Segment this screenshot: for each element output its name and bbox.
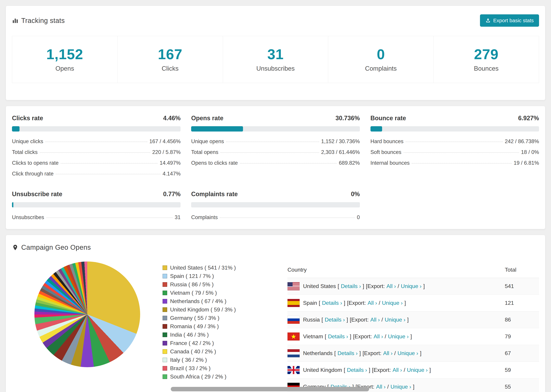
bounce-rate-value: 6.927% xyxy=(518,115,539,122)
export-label: [Export: xyxy=(372,367,391,373)
rate-detail-value: 14.497% xyxy=(160,160,181,166)
rate-detail-row: Total opens 2,303 / 61.446% xyxy=(191,149,360,155)
country-name: Vietnam xyxy=(303,333,323,340)
rate-detail-label: Unique clicks xyxy=(12,138,43,145)
country-flag-icon xyxy=(288,299,300,307)
export-all-link[interactable]: All › xyxy=(376,384,386,390)
country-name: Russia xyxy=(303,317,320,323)
details-link[interactable]: Details › xyxy=(338,350,357,357)
export-all-link[interactable]: All › xyxy=(387,283,396,289)
legend-swatch-icon xyxy=(162,299,167,304)
unsubscribe-rate-block: Unsubscribe rate 0.77% Unsubscribes 31 xyxy=(12,190,181,220)
bracket: ] xyxy=(420,350,422,357)
legend-swatch-icon xyxy=(162,282,167,287)
rate-detail-row: Complaints 0 xyxy=(191,214,360,220)
dotted-leader xyxy=(61,163,158,163)
dotted-leader xyxy=(220,217,355,218)
geo-table-header: Country Total xyxy=(288,261,539,278)
rate-detail-value: 4.147% xyxy=(162,171,181,177)
bounce-rate-block: Bounce rate 6.927% Hard bounces 242 / 86… xyxy=(370,115,539,177)
bracket: [ xyxy=(325,333,326,340)
rate-detail-value: 242 / 86.738% xyxy=(505,138,539,145)
export-all-link[interactable]: All › xyxy=(374,333,383,340)
country-name: United States xyxy=(303,283,336,289)
details-link[interactable]: Details › xyxy=(347,367,367,373)
bar-chart-icon xyxy=(12,17,19,24)
stat-label: Opens xyxy=(12,65,117,72)
details-link[interactable]: Details › xyxy=(325,317,345,323)
export-all-link[interactable]: All › xyxy=(383,350,393,357)
progress-fill xyxy=(370,126,382,132)
rate-detail-value: 1,152 / 30.736% xyxy=(321,138,360,145)
geo-table-body: United States [ Details › ] [Export: All… xyxy=(288,278,539,392)
legend-swatch-icon xyxy=(162,291,167,295)
legend-label: United States ( 541 / 31% ) xyxy=(170,265,236,271)
export-unique-link[interactable]: Unique › xyxy=(401,283,422,289)
stat-value: 1,152 xyxy=(12,46,117,63)
legend-swatch-icon xyxy=(162,332,167,337)
separator: / xyxy=(381,317,383,323)
legend-label: Brazil ( 33 / 2% ) xyxy=(170,365,211,371)
bracket: [ xyxy=(338,283,339,289)
bracket: ] xyxy=(429,367,431,373)
geo-opens-header: Campaign Geo Opens xyxy=(12,244,539,251)
bounce-rate-progress-bar xyxy=(370,126,539,132)
export-label: [Export: xyxy=(350,317,369,323)
table-row: Russia [ Details › ] [Export: All › / Un… xyxy=(288,311,539,328)
rate-detail-label: Clicks to opens rate xyxy=(12,160,58,166)
export-unique-link[interactable]: Unique › xyxy=(382,300,403,306)
legend-label: France ( 42 / 2% ) xyxy=(170,340,214,346)
export-label: [Export: xyxy=(363,350,381,357)
details-link[interactable]: Details › xyxy=(341,283,361,289)
legend-label: Russia ( 86 / 5% ) xyxy=(170,281,213,288)
export-unique-link[interactable]: Unique › xyxy=(407,367,428,373)
bracket: ] xyxy=(350,333,351,340)
rate-detail-row: Hard bounces 242 / 86.738% xyxy=(370,138,539,145)
dotted-leader xyxy=(220,152,319,153)
country-flag-icon xyxy=(288,282,300,290)
legend-item: Spain ( 121 / 7% ) xyxy=(162,273,288,279)
dotted-leader xyxy=(40,152,150,153)
legend-item: Netherlands ( 67 / 4% ) xyxy=(162,298,288,304)
rate-detail-row: Total clicks 220 / 5.87% xyxy=(12,149,181,155)
details-link[interactable]: Details › xyxy=(328,333,348,340)
complaints-rate-progress-bar xyxy=(191,202,360,207)
horizontal-scrollbar-thumb[interactable] xyxy=(171,387,369,391)
export-unique-link[interactable]: Unique › xyxy=(397,350,418,357)
progress-fill xyxy=(12,202,13,207)
dotted-leader xyxy=(56,174,161,174)
bracket: ] xyxy=(404,300,406,306)
legend-item: Romania ( 49 / 3% ) xyxy=(162,323,288,329)
stat-box: 167 Clicks xyxy=(117,36,223,83)
legend-label: Italy ( 36 / 2% ) xyxy=(170,357,207,363)
dotted-leader xyxy=(240,163,337,163)
bracket: ] xyxy=(410,333,412,340)
legend-label: Spain ( 121 / 7% ) xyxy=(170,273,214,279)
bracket: ] xyxy=(363,283,364,289)
export-unique-link[interactable]: Unique › xyxy=(390,384,411,390)
dotted-leader xyxy=(403,152,519,153)
rate-detail-label: Internal bounces xyxy=(370,160,410,166)
stat-label: Bounces xyxy=(434,65,539,72)
export-unique-link[interactable]: Unique › xyxy=(385,317,405,323)
legend-item: India ( 46 / 3% ) xyxy=(162,332,288,338)
export-all-link[interactable]: All › xyxy=(370,317,380,323)
country-total: 86 xyxy=(505,317,539,323)
details-link[interactable]: Details › xyxy=(322,300,342,306)
rate-detail-label: Opens to clicks rate xyxy=(191,160,238,166)
rate-detail-value: 2,303 / 61.446% xyxy=(321,149,360,155)
export-basic-stats-button[interactable]: Export basic stats xyxy=(480,14,539,27)
legend-swatch-icon xyxy=(162,324,167,329)
country-total: 541 xyxy=(505,283,539,289)
dotted-leader xyxy=(412,163,512,163)
table-row: United Kingdom [ Details › ] [Export: Al… xyxy=(288,362,539,378)
rate-detail-value: 220 / 5.87% xyxy=(152,149,181,155)
legend-item: South Africa ( 29 / 2% ) xyxy=(162,373,288,380)
export-all-link[interactable]: All › xyxy=(367,300,377,306)
export-all-link[interactable]: All › xyxy=(393,367,402,373)
rate-detail-row: Unique clicks 167 / 4.456% xyxy=(12,138,181,145)
export-unique-link[interactable]: Unique › xyxy=(388,333,409,340)
legend-label: Germany ( 55 / 3% ) xyxy=(170,315,219,321)
rate-detail-value: 18 / 0% xyxy=(521,149,539,155)
legend-label: Romania ( 49 / 3% ) xyxy=(170,323,219,329)
